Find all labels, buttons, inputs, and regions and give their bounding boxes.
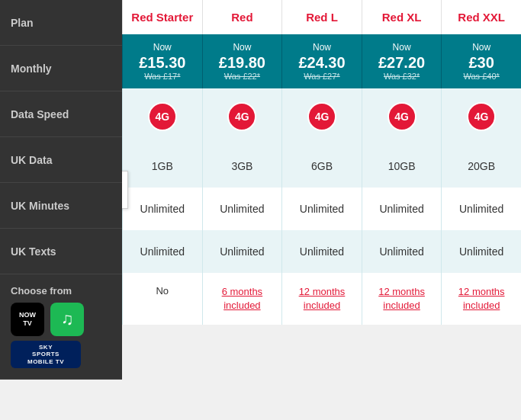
uk-texts-1: Unlimited — [202, 230, 282, 273]
bonus-cell-4[interactable]: 12 months included — [441, 273, 521, 325]
price-cell-2: Now £24.30 Was £27* — [281, 34, 362, 88]
speed-cell-0: 4G — [122, 88, 202, 145]
bonus-link-3[interactable]: 12 months included — [365, 285, 439, 313]
bonus-row: No 6 months included 12 months included … — [122, 273, 521, 325]
logos-row: NOWTV ♫ — [11, 303, 84, 336]
plans-table: ‹ Red Starter Red Red L Red XL Red XXL N… — [122, 0, 521, 380]
4g-badge-1: 4G — [227, 102, 256, 131]
uk-texts-row: Unlimited Unlimited Unlimited Unlimited … — [122, 230, 521, 273]
nowtv-logo: NOWTV — [11, 303, 44, 336]
plan-name-0: Red Starter — [122, 0, 202, 34]
uk-data-row: 1GB 3GB 6GB 10GB 20GB — [122, 145, 521, 188]
uk-minutes-1: Unlimited — [202, 188, 282, 230]
uk-minutes-4: Unlimited — [441, 188, 521, 230]
uk-data-4: 20GB — [441, 145, 521, 188]
sidebar-item-uk-minutes: UK Minutes — [0, 183, 122, 229]
4g-badge-2: 4G — [307, 102, 336, 131]
4g-badge-3: 4G — [388, 102, 416, 131]
uk-texts-0: Unlimited — [122, 230, 202, 273]
bonus-cell-2[interactable]: 12 months included — [281, 273, 362, 325]
price-cell-3: Now £27.20 Was £32* — [362, 34, 442, 88]
uk-data-0: 1GB — [122, 145, 202, 188]
speed-cell-1: 4G — [202, 88, 282, 145]
uk-data-1: 3GB — [202, 145, 282, 188]
4g-badge-4: 4G — [467, 102, 496, 131]
plan-name-3: Red XL — [362, 0, 442, 34]
sidebar-item-uk-texts: UK Texts — [0, 229, 122, 274]
uk-data-2: 6GB — [281, 145, 362, 188]
bonus-cell-1[interactable]: 6 months included — [202, 273, 282, 325]
sky-logo: SKYSPORTSMOBILE TV — [11, 341, 81, 368]
uk-data-3: 10GB — [362, 145, 442, 188]
uk-minutes-2: Unlimited — [281, 188, 362, 230]
uk-texts-3: Unlimited — [362, 230, 442, 273]
header-row: Red Starter Red Red L Red XL Red XXL — [122, 0, 521, 34]
sidebar-item-data-speed: Data Speed — [0, 91, 122, 137]
speed-cell-2: 4G — [281, 88, 362, 145]
uk-minutes-row: Unlimited Unlimited Unlimited Unlimited … — [122, 188, 521, 230]
price-row: Now £15.30 Was £17* Now £19.80 Was £22* … — [122, 34, 521, 88]
speed-row: 4G 4G 4G 4G 4G — [122, 88, 521, 145]
speed-cell-4: 4G — [441, 88, 521, 145]
prev-arrow[interactable]: ‹ — [122, 171, 128, 209]
spotify-logo: ♫ — [50, 303, 84, 336]
sidebar-item-monthly: Monthly — [0, 46, 122, 91]
sidebar-item-choose-from: Choose from NOWTV ♫ SKYSPORTSMOBILE TV — [0, 274, 122, 380]
plan-name-2: Red L — [281, 0, 362, 34]
bonus-link-2[interactable]: 12 months included — [285, 285, 359, 313]
price-cell-0: Now £15.30 Was £17* — [122, 34, 202, 88]
sidebar: Plan Monthly Data Speed UK Data UK Minut… — [0, 0, 122, 380]
plan-name-4: Red XXL — [441, 0, 521, 34]
price-cell-1: Now £19.80 Was £22* — [202, 34, 282, 88]
sidebar-item-plan: Plan — [0, 0, 122, 46]
uk-texts-4: Unlimited — [441, 230, 521, 273]
4g-badge-0: 4G — [148, 102, 177, 131]
uk-minutes-3: Unlimited — [362, 188, 442, 230]
price-cell-4: Now £30 Was £40* — [441, 34, 521, 88]
uk-texts-2: Unlimited — [281, 230, 362, 273]
uk-minutes-0: Unlimited — [122, 188, 202, 230]
sidebar-item-uk-data: UK Data — [0, 137, 122, 183]
bonus-link-4[interactable]: 12 months included — [445, 285, 518, 313]
plan-name-1: Red — [202, 0, 282, 34]
bonus-link-1[interactable]: 6 months included — [206, 285, 279, 313]
bonus-cell-3[interactable]: 12 months included — [362, 273, 442, 325]
bonus-cell-0: No — [122, 273, 202, 325]
speed-cell-3: 4G — [362, 88, 442, 145]
choose-from-label: Choose from — [11, 285, 72, 297]
